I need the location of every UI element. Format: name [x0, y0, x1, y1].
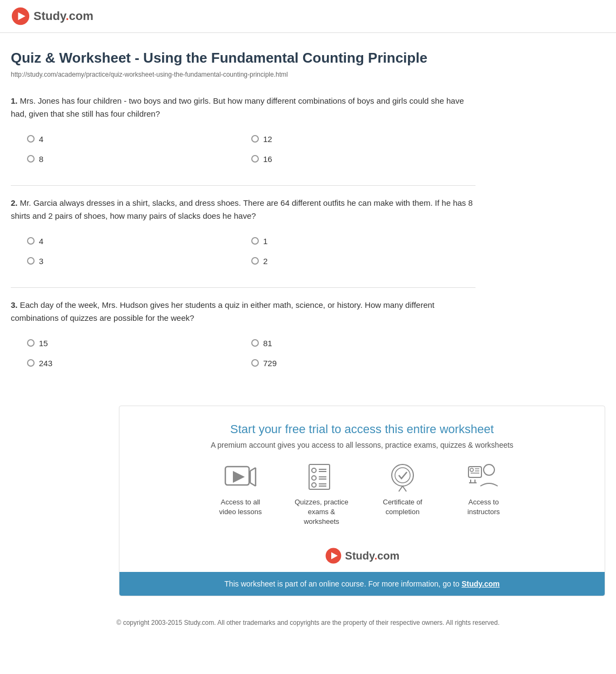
svg-point-19 [395, 468, 410, 483]
radio-1-c[interactable] [27, 155, 35, 163]
quizzes-icon [305, 462, 338, 492]
option-2-c[interactable]: 3 [27, 251, 251, 271]
feature-instructors: Access toinstructors [454, 462, 513, 527]
page-title: Quiz & Worksheet - Using the Fundamental… [11, 49, 476, 68]
promo-logo-icon [325, 547, 342, 564]
instructors-icon [467, 462, 500, 492]
option-1-a[interactable]: 4 [27, 129, 251, 149]
promo-logo-text: Study.com [345, 550, 400, 562]
radio-2-d[interactable] [251, 257, 259, 265]
option-3-b[interactable]: 81 [251, 333, 476, 353]
option-2-b[interactable]: 1 [251, 231, 476, 251]
radio-3-a[interactable] [27, 339, 35, 347]
feature-quizzes: Quizzes, practiceexams & worksheets [292, 462, 351, 527]
logo[interactable]: Study.com [11, 6, 605, 26]
svg-point-24 [470, 468, 473, 471]
copyright-text: © copyright 2003-2015 Study.com. All oth… [117, 619, 500, 626]
promo-subtitle: A premium account gives you access to al… [130, 441, 594, 449]
radio-3-b[interactable] [251, 339, 259, 347]
question-3-options: 15 81 243 729 [27, 333, 476, 373]
svg-rect-23 [468, 467, 481, 477]
svg-point-12 [312, 476, 316, 480]
feature-video-label: Access to allvideo lessons [219, 497, 262, 517]
promo-box: Start your free trial to access this ent… [119, 406, 605, 597]
divider-2 [11, 287, 476, 288]
radio-3-c[interactable] [27, 359, 35, 367]
question-1-options: 4 12 8 16 [27, 129, 476, 169]
option-2-d[interactable]: 2 [251, 251, 476, 271]
radio-2-c[interactable] [27, 257, 35, 265]
svg-point-9 [312, 468, 316, 473]
radio-2-b[interactable] [251, 237, 259, 245]
promo-title: Start your free trial to access this ent… [130, 422, 594, 436]
option-1-d[interactable]: 16 [251, 149, 476, 169]
option-3-a[interactable]: 15 [27, 333, 251, 353]
promo-footer: This worksheet is part of an online cour… [119, 572, 605, 596]
svg-marker-3 [233, 471, 245, 483]
question-3-text: 3. Each day of the week, Mrs. Hudson giv… [11, 299, 476, 325]
question-3: 3. Each day of the week, Mrs. Hudson giv… [11, 299, 476, 373]
divider-1 [11, 185, 476, 186]
radio-1-d[interactable] [251, 155, 259, 163]
features-row: Access to allvideo lessons Quizzes, [130, 462, 594, 527]
feature-video: Access to allvideo lessons [211, 462, 270, 527]
question-2: 2. Mr. Garcia always dresses in a shirt,… [11, 197, 476, 271]
copyright-bar: © copyright 2003-2015 Study.com. All oth… [0, 607, 616, 639]
svg-line-20 [399, 486, 403, 491]
svg-line-5 [250, 483, 256, 486]
page-url: http://study.com/academy/practice/quiz-w… [11, 71, 476, 78]
feature-quizzes-label: Quizzes, practiceexams & worksheets [292, 497, 351, 527]
option-2-a[interactable]: 4 [27, 231, 251, 251]
radio-3-d[interactable] [251, 359, 259, 367]
site-header: Study.com [0, 0, 616, 33]
logo-icon [11, 6, 30, 26]
main-content: Quiz & Worksheet - Using the Fundamental… [0, 33, 486, 395]
feature-certificate-label: Certificate ofcompletion [383, 497, 423, 517]
svg-point-15 [312, 483, 316, 487]
svg-point-22 [484, 464, 494, 475]
feature-instructors-label: Access toinstructors [467, 497, 500, 517]
option-1-b[interactable]: 12 [251, 129, 476, 149]
promo-logo: Study.com [130, 540, 594, 572]
option-1-c[interactable]: 8 [27, 149, 251, 169]
option-3-d[interactable]: 729 [251, 353, 476, 373]
question-1: 1. Mrs. Jones has four children - two bo… [11, 95, 476, 169]
feature-certificate: Certificate ofcompletion [373, 462, 432, 527]
promo-footer-link[interactable]: Study.com [461, 579, 500, 588]
question-1-text: 1. Mrs. Jones has four children - two bo… [11, 95, 476, 120]
svg-line-21 [403, 486, 406, 491]
certificate-icon [386, 462, 419, 492]
radio-1-b[interactable] [251, 135, 259, 143]
logo-text: Study.com [34, 9, 93, 23]
promo-footer-text: This worksheet is part of an online cour… [224, 579, 459, 588]
question-2-options: 4 1 3 2 [27, 231, 476, 271]
svg-line-4 [250, 468, 256, 471]
radio-2-a[interactable] [27, 237, 35, 245]
question-2-text: 2. Mr. Garcia always dresses in a shirt,… [11, 197, 476, 223]
option-3-c[interactable]: 243 [27, 353, 251, 373]
video-icon [224, 462, 257, 492]
radio-1-a[interactable] [27, 135, 35, 143]
